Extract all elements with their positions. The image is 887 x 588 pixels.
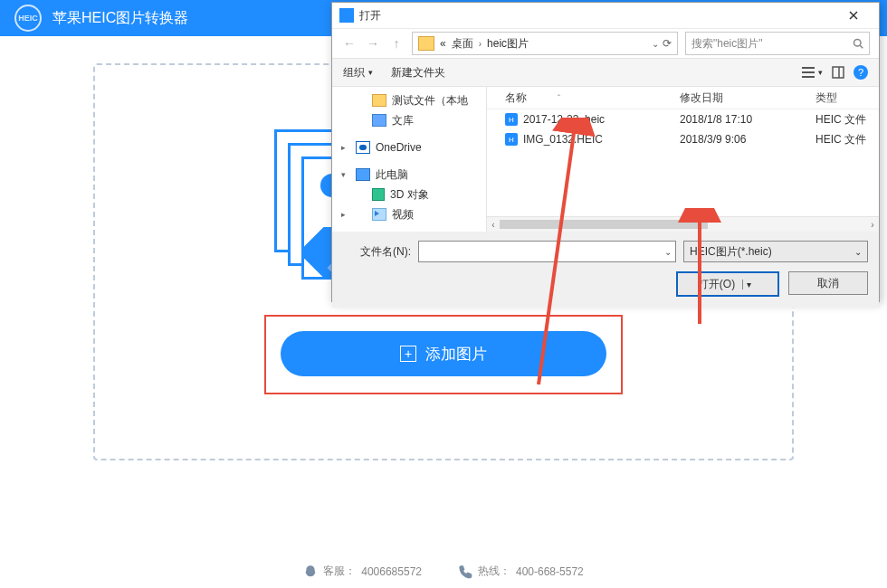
- folder-tree[interactable]: 测试文件（本地文库▸OneDrive▾此电脑3D 对象▸视频: [332, 87, 487, 232]
- close-icon: [849, 11, 858, 20]
- footer: 客服：4006685572 热线：400-668-5572: [0, 564, 887, 579]
- app-title: 苹果HEIC图片转换器: [52, 9, 188, 28]
- logo-icon: HEIC: [14, 5, 42, 32]
- file-list-header[interactable]: 名称ˆ 修改日期 类型: [487, 87, 879, 109]
- chevron-right-icon: ›: [479, 39, 482, 49]
- refresh-icon[interactable]: ⟳: [663, 37, 672, 50]
- dialog-app-icon: [339, 8, 354, 23]
- nav-forward-button[interactable]: →: [365, 35, 381, 52]
- nav-up-button[interactable]: ↑: [388, 35, 405, 52]
- search-placeholder: 搜索"heic图片": [691, 36, 847, 52]
- dialog-bottom-bar: 文件名(N): ⌄ HEIC图片(*.heic) ⌄ 打开(O)▾ 取消: [332, 232, 879, 308]
- add-image-button[interactable]: + 添加图片: [281, 331, 606, 376]
- dialog-close-button[interactable]: [835, 6, 872, 24]
- help-button[interactable]: ?: [854, 65, 868, 80]
- file-type-filter[interactable]: HEIC图片(*.heic) ⌄: [683, 241, 868, 262]
- svg-point-0: [854, 40, 862, 47]
- tree-item[interactable]: 3D 对象: [332, 185, 486, 204]
- tree-item[interactable]: ▸OneDrive: [332, 138, 486, 157]
- dialog-nav-row: ← → ↑ « 桌面 › heic图片 ⌄⟳ 搜索"heic图片": [332, 29, 879, 58]
- plus-icon: +: [400, 346, 416, 362]
- pc-icon: [356, 168, 370, 181]
- dialog-titlebar: 打开: [332, 3, 879, 29]
- filename-input[interactable]: ⌄: [418, 241, 676, 262]
- scroll-left-icon[interactable]: ‹: [487, 218, 500, 231]
- path-breadcrumb[interactable]: « 桌面 › heic图片 ⌄⟳: [412, 32, 678, 55]
- open-dropdown-icon[interactable]: ▾: [742, 280, 758, 289]
- lib-icon: [372, 114, 386, 127]
- chevron-down-icon[interactable]: ⌄: [652, 39, 659, 49]
- file-row[interactable]: HIMG_0132.HEIC2018/3/9 9:06HEIC 文件: [487, 129, 879, 149]
- add-image-label: 添加图片: [425, 344, 487, 365]
- preview-pane-button[interactable]: [832, 66, 844, 79]
- new-folder-button[interactable]: 新建文件夹: [391, 65, 445, 81]
- open-button[interactable]: 打开(O)▾: [676, 271, 779, 297]
- qq-icon: [303, 564, 318, 579]
- footer-hotline: 热线：400-668-5572: [458, 564, 584, 579]
- open-file-dialog: 打开 ← → ↑ « 桌面 › heic图片 ⌄⟳ 搜索"heic图片" 组织▾…: [331, 2, 880, 302]
- add-button-highlight: + 添加图片: [264, 315, 623, 394]
- 3d-icon: [372, 188, 385, 201]
- organize-menu[interactable]: 组织▾: [343, 65, 373, 81]
- file-row[interactable]: H2017-12-23 .heic2018/1/8 17:10HEIC 文件: [487, 109, 879, 129]
- chevron-down-icon: ⌄: [854, 247, 862, 257]
- chevron-down-icon[interactable]: ⌄: [664, 247, 672, 257]
- heic-file-icon: H: [505, 133, 518, 146]
- dialog-title: 打开: [359, 8, 830, 24]
- filename-label: 文件名(N):: [343, 244, 411, 260]
- tree-item[interactable]: 文库: [332, 110, 486, 130]
- svg-rect-1: [802, 67, 815, 69]
- svg-rect-2: [802, 71, 815, 73]
- horizontal-scrollbar[interactable]: ‹ ›: [487, 216, 879, 232]
- footer-service: 客服：4006685572: [303, 564, 422, 579]
- file-list-pane: 名称ˆ 修改日期 类型 H2017-12-23 .heic2018/1/8 17…: [487, 87, 879, 232]
- dialog-toolbar: 组织▾ 新建文件夹 ▾ ?: [332, 58, 879, 87]
- search-icon: [853, 38, 863, 49]
- onedrive-icon: [356, 141, 370, 154]
- view-mode-button[interactable]: ▾: [802, 66, 823, 79]
- search-input[interactable]: 搜索"heic图片": [685, 32, 870, 55]
- nav-back-button[interactable]: ←: [341, 35, 358, 52]
- folder-icon: [418, 36, 434, 51]
- tree-item[interactable]: ▸视频: [332, 204, 486, 224]
- tree-item[interactable]: ▾此电脑: [332, 165, 486, 185]
- heic-file-icon: H: [505, 113, 518, 126]
- cancel-button[interactable]: 取消: [788, 271, 868, 295]
- svg-rect-4: [833, 67, 844, 78]
- folder-icon: [372, 94, 386, 107]
- tree-item[interactable]: 测试文件（本地: [332, 90, 486, 110]
- svg-rect-3: [802, 76, 815, 78]
- dialog-body: 测试文件（本地文库▸OneDrive▾此电脑3D 对象▸视频 名称ˆ 修改日期 …: [332, 87, 879, 232]
- phone-icon: [458, 564, 472, 579]
- video-icon: [372, 208, 386, 221]
- scroll-right-icon[interactable]: ›: [866, 218, 879, 231]
